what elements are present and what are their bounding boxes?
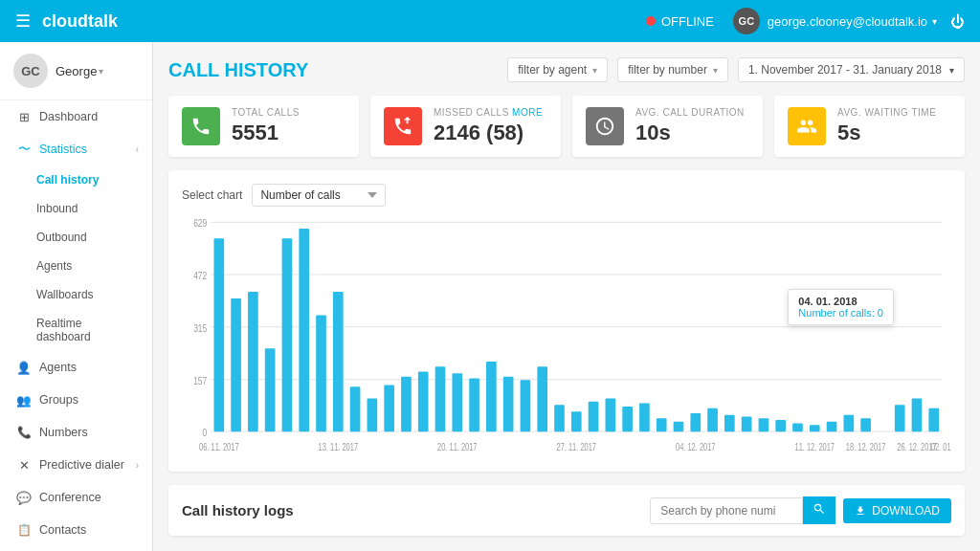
sidebar-item-realtime[interactable]: Realtime dashboard <box>0 309 152 351</box>
svg-rect-45 <box>810 425 820 431</box>
number-caret-icon: ▾ <box>713 65 718 76</box>
chart-header: Select chart Number of calls Call durati… <box>182 184 951 207</box>
svg-rect-40 <box>724 415 735 431</box>
svg-rect-41 <box>742 417 752 432</box>
total-calls-label: TOTAL CALLS <box>232 107 300 118</box>
avg-waiting-icon <box>788 107 826 145</box>
stat-avg-duration-info: AVG. CALL DURATION 10s <box>635 107 745 145</box>
svg-rect-37 <box>674 422 684 431</box>
sidebar-item-outbound[interactable]: Outbound <box>0 223 152 252</box>
svg-text:13. 11. 2017: 13. 11. 2017 <box>319 442 359 452</box>
app-logo: cloudtalk <box>42 11 118 32</box>
stat-avg-waiting: AVG. WAITING TIME 5s <box>774 96 965 157</box>
numbers-icon: 📞 <box>16 425 32 440</box>
content-area: CALL HISTORY filter by agent ▾ filter by… <box>153 42 980 551</box>
logs-download-button[interactable]: DOWNLOAD <box>843 498 951 523</box>
svg-rect-31 <box>571 411 582 431</box>
chart-type-select[interactable]: Number of calls Call duration Waiting ti… <box>252 184 386 207</box>
chevron-left-icon: ‹ <box>136 144 139 155</box>
filter-by-number[interactable]: filter by number ▾ <box>617 57 728 82</box>
sidebar-item-label: Dashboard <box>39 110 98 123</box>
sidebar-item-dashboard[interactable]: ⊞ Dashboard <box>0 100 152 133</box>
svg-text:0: 0 <box>203 427 208 439</box>
logs-search-input[interactable] <box>650 497 803 524</box>
statistics-icon: 〜 <box>16 142 32 157</box>
agent-caret-icon: ▾ <box>592 65 597 76</box>
sidebar-item-numbers[interactable]: 📞 Numbers <box>0 416 152 449</box>
svg-rect-12 <box>248 292 258 431</box>
power-icon[interactable]: ⏻ <box>950 13 965 30</box>
svg-rect-44 <box>792 423 803 431</box>
sidebar-item-statistics[interactable]: 〜 Statistics ‹ <box>0 133 152 165</box>
sidebar-item-inbound[interactable]: Inbound <box>0 194 152 223</box>
svg-rect-47 <box>844 415 855 431</box>
avg-duration-label: AVG. CALL DURATION <box>635 107 745 118</box>
tooltip-date: 04. 01. 2018 <box>798 296 883 307</box>
stat-total-calls: TOTAL CALLS 5551 <box>168 96 359 157</box>
contacts-icon: 📋 <box>16 522 32 538</box>
sidebar-item-label: Groups <box>39 393 78 407</box>
svg-rect-16 <box>316 315 326 431</box>
sidebar-item-agents-stat[interactable]: Agents <box>0 252 152 280</box>
svg-rect-26 <box>486 362 497 431</box>
svg-rect-30 <box>554 405 565 431</box>
sidebar-item-conference[interactable]: 💬 Conference <box>0 481 152 514</box>
chart-tooltip: 04. 01. 2018 Number of calls: 0 <box>788 289 894 325</box>
date-range-filter[interactable]: 1. November 2017 - 31. January 2018 ▾ <box>738 57 965 82</box>
svg-rect-29 <box>537 366 547 431</box>
sidebar-item-internal-contacts[interactable]: 📁 Internal contacts <box>0 546 152 551</box>
sidebar-item-contacts[interactable]: 📋 Contacts <box>0 514 152 546</box>
svg-rect-25 <box>469 379 479 432</box>
svg-rect-20 <box>384 385 394 431</box>
svg-rect-48 <box>860 418 871 431</box>
stats-row: TOTAL CALLS 5551 MISSED CALLS MORE 2146 … <box>168 96 965 157</box>
sidebar-item-wallboards[interactable]: Wallboards <box>0 280 152 309</box>
status-dot <box>646 16 656 26</box>
date-caret-icon: ▾ <box>949 65 954 76</box>
logs-section: Call history logs DOWNLOAD <box>168 485 965 536</box>
logs-search-button[interactable] <box>803 496 835 524</box>
sidebar-username: George <box>56 64 97 78</box>
svg-rect-39 <box>707 408 718 431</box>
tooltip-value: Number of calls: 0 <box>798 307 883 319</box>
stat-avg-duration: AVG. CALL DURATION 10s <box>572 96 763 157</box>
agents-icon: 👤 <box>16 360 32 375</box>
download-label: DOWNLOAD <box>872 504 940 518</box>
chevron-right-icon: › <box>136 460 139 471</box>
avg-waiting-value: 5s <box>837 121 936 145</box>
sidebar-item-label: Contacts <box>39 523 86 537</box>
stat-missed-calls-info: MISSED CALLS MORE 2146 (58) <box>434 107 543 145</box>
sidebar-item-label: Agents <box>39 361 77 374</box>
avatar: GC <box>733 8 760 34</box>
filter-by-agent[interactable]: filter by agent ▾ <box>507 57 608 82</box>
bar-chart: 629472315157006. 11. 201713. 11. 201720.… <box>182 216 951 458</box>
svg-rect-27 <box>503 377 514 431</box>
sidebar-item-call-history[interactable]: Call history <box>0 165 152 194</box>
svg-rect-50 <box>895 405 905 431</box>
dashboard-icon: ⊞ <box>16 109 32 124</box>
svg-text:629: 629 <box>193 217 207 230</box>
svg-text:157: 157 <box>193 374 207 386</box>
missed-calls-more[interactable]: MORE <box>512 107 543 118</box>
missed-calls-value: 2146 (58) <box>434 121 543 145</box>
svg-text:472: 472 <box>193 270 207 282</box>
svg-rect-18 <box>350 386 361 431</box>
missed-calls-label: MISSED CALLS MORE <box>434 107 543 118</box>
user-menu[interactable]: GC george.clooney@cloudtalk.io ▾ <box>733 8 937 34</box>
page-header: CALL HISTORY filter by agent ▾ filter by… <box>168 57 965 82</box>
sidebar-item-groups[interactable]: 👥 Groups <box>0 384 152 416</box>
sidebar-item-predictive[interactable]: ✕ Predictive dialer › <box>0 449 152 481</box>
svg-rect-32 <box>589 402 599 431</box>
stat-total-calls-info: TOTAL CALLS 5551 <box>232 107 300 145</box>
svg-rect-13 <box>265 348 276 431</box>
svg-text:18. 12. 2017: 18. 12. 2017 <box>846 442 886 452</box>
sidebar-item-agents[interactable]: 👤 Agents <box>0 351 152 384</box>
menu-icon[interactable]: ☰ <box>15 11 31 32</box>
sidebar-user-section[interactable]: GC George ▾ <box>0 42 152 100</box>
svg-rect-10 <box>213 238 224 431</box>
avg-duration-value: 10s <box>635 121 745 145</box>
predictive-icon: ✕ <box>16 457 32 473</box>
sidebar: GC George ▾ ⊞ Dashboard 〜 Statistics ‹ C… <box>0 42 153 551</box>
avg-duration-icon <box>586 107 624 145</box>
status-label: OFFLINE <box>661 14 714 29</box>
